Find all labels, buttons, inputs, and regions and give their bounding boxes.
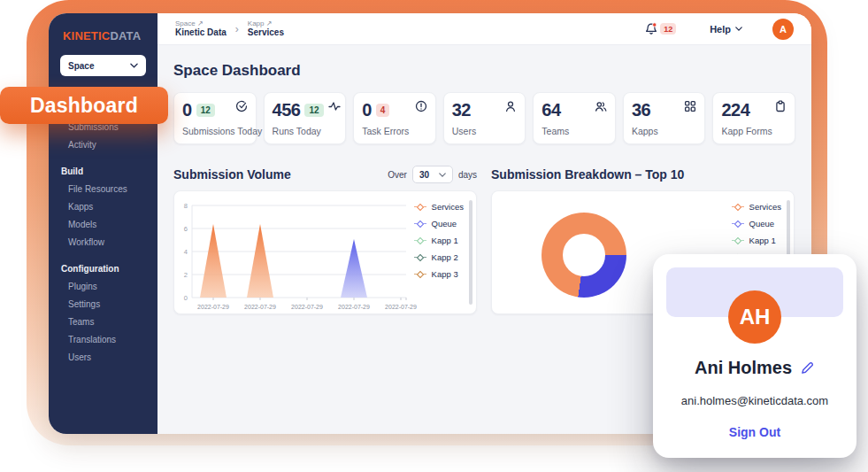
legend-item-kapp1[interactable]: Kapp 1 bbox=[732, 236, 781, 244]
stat-label: Users bbox=[452, 126, 518, 136]
space-selector-label: Space bbox=[68, 61, 94, 71]
sign-out-button[interactable]: Sign Out bbox=[729, 425, 780, 439]
series-services-peak-1 bbox=[200, 224, 227, 298]
check-circle-icon bbox=[235, 100, 248, 112]
breadcrumb-separator: › bbox=[235, 23, 239, 35]
y-tick-4: 4 bbox=[184, 248, 188, 256]
breadcrumb-kapp-name: Services bbox=[248, 27, 284, 38]
sidebar-item-teams[interactable]: Teams bbox=[49, 313, 157, 331]
breadcrumb: Space ↗ Kinetic Data › Kapp ↗ Services bbox=[175, 19, 284, 38]
legend-marker-kapp1 bbox=[414, 237, 426, 244]
user-profile-card: AH Ani Holmes ani.holmes@kineticdata.com… bbox=[653, 254, 856, 458]
profile-name: Ani Holmes bbox=[695, 358, 792, 378]
stat-card-task-errors[interactable]: 0 4 Task Errors bbox=[353, 92, 436, 144]
stat-card-kapp-forms[interactable]: 224 Kapp Forms bbox=[712, 92, 795, 144]
y-tick-0: 0 bbox=[184, 294, 188, 302]
range-prefix: Over bbox=[388, 170, 407, 180]
legend-item-kapp1[interactable]: Kapp 1 bbox=[414, 236, 464, 244]
breadcrumb-space-name: Kinetic Data bbox=[175, 27, 227, 38]
sidebar-item-settings[interactable]: Settings bbox=[49, 296, 157, 313]
top-bar: Space ↗ Kinetic Data › Kapp ↗ Services bbox=[157, 13, 811, 45]
range-select[interactable]: 30 bbox=[412, 166, 453, 183]
bell-icon bbox=[644, 22, 658, 36]
logo-primary: KINETIC bbox=[63, 29, 110, 43]
stat-card-teams[interactable]: 64 Teams bbox=[533, 92, 616, 144]
legend-label: Kapp 2 bbox=[432, 252, 458, 262]
legend-label: Kapp 3 bbox=[432, 269, 458, 279]
chevron-down-icon bbox=[439, 173, 446, 177]
legend-marker-kapp2 bbox=[414, 254, 426, 260]
logo-secondary: DATA bbox=[110, 29, 141, 43]
stat-value: 0 bbox=[182, 100, 192, 120]
alert-circle-icon bbox=[415, 100, 427, 112]
help-menu[interactable]: Help bbox=[710, 24, 742, 35]
legend-label: Services bbox=[749, 202, 781, 212]
legend-scrollbar[interactable] bbox=[469, 200, 472, 305]
legend-item-kapp3[interactable]: Kapp 3 bbox=[414, 269, 464, 278]
profile-email: ani.holmes@kineticdata.com bbox=[681, 394, 828, 407]
sidebar-item-activity[interactable]: Activity bbox=[49, 136, 157, 154]
stat-card-runs-today[interactable]: 456 12 Runs Today bbox=[264, 92, 347, 144]
stat-badge: 12 bbox=[304, 104, 323, 117]
stat-label: Kapp Forms bbox=[721, 126, 787, 136]
legend-marker-kapp3 bbox=[414, 271, 426, 277]
chevron-down-icon bbox=[130, 63, 138, 68]
submission-volume-title: Submission Volume bbox=[173, 167, 291, 182]
notifications-button[interactable]: 12 bbox=[644, 22, 676, 36]
legend-item-queue[interactable]: Queue bbox=[414, 219, 464, 228]
users-icon bbox=[595, 100, 607, 112]
sidebar-item-dashboard[interactable]: Dashboard bbox=[0, 87, 168, 124]
stat-card-users[interactable]: 32 Users bbox=[443, 92, 526, 144]
legend-label: Kapp 1 bbox=[749, 236, 776, 245]
legend-item-queue[interactable]: Queue bbox=[732, 219, 781, 228]
stat-card-submissions-today[interactable]: 0 12 Submissions Today bbox=[173, 92, 257, 144]
help-label: Help bbox=[710, 24, 731, 35]
range-value: 30 bbox=[419, 170, 429, 180]
legend-label: Queue bbox=[432, 219, 457, 228]
sidebar-item-plugins[interactable]: Plugins bbox=[49, 278, 157, 296]
breadcrumb-kapp[interactable]: Kapp ↗ Services bbox=[248, 19, 284, 38]
sidebar-nav: Submissions Activity Build File Resource… bbox=[49, 119, 157, 367]
stat-card-kapps[interactable]: 36 Kapps bbox=[623, 92, 706, 144]
app-stage: KINETICDATA Space Submissions Activity B… bbox=[0, 0, 868, 472]
stat-cards-row: 0 12 Submissions Today 456 12 bbox=[173, 92, 795, 144]
section-headers: Submission Volume Over 30 days Submissio… bbox=[173, 166, 795, 183]
y-tick-2: 2 bbox=[184, 271, 188, 279]
chevron-down-icon bbox=[735, 27, 742, 31]
range-control: Over 30 days bbox=[388, 166, 477, 183]
stat-label: Submissions Today bbox=[182, 126, 248, 136]
legend-item-kapp2[interactable]: Kapp 2 bbox=[414, 252, 464, 261]
notification-count-badge: 12 bbox=[660, 23, 676, 35]
breadcrumb-space[interactable]: Space ↗ Kinetic Data bbox=[175, 19, 227, 38]
page-title: Space Dashboard bbox=[173, 62, 795, 80]
legend-marker-kapp1 bbox=[732, 237, 744, 244]
user-icon bbox=[504, 100, 517, 112]
legend-marker-services bbox=[732, 204, 744, 210]
sidebar-item-translations[interactable]: Translations bbox=[49, 331, 157, 349]
y-tick-8: 8 bbox=[184, 202, 188, 210]
stat-value: 36 bbox=[632, 100, 650, 120]
space-selector[interactable]: Space bbox=[60, 55, 146, 76]
user-avatar-button[interactable]: A bbox=[772, 19, 794, 40]
x-tick-2: 2022-07-29 bbox=[244, 304, 276, 310]
series-services-peak-2 bbox=[247, 224, 273, 298]
legend-label: Kapp 1 bbox=[432, 236, 458, 245]
x-tick-4: 2022-07-29 bbox=[338, 304, 370, 310]
stat-label: Kapps bbox=[632, 126, 697, 136]
sidebar-item-kapps[interactable]: Kapps bbox=[49, 198, 157, 216]
legend-item-services[interactable]: Services bbox=[414, 202, 464, 211]
sidebar-item-file-resources[interactable]: File Resources bbox=[49, 181, 157, 198]
edit-pencil-icon[interactable] bbox=[800, 360, 815, 375]
stat-value: 456 bbox=[273, 100, 301, 120]
sidebar-item-users[interactable]: Users bbox=[49, 349, 157, 367]
legend-label: Services bbox=[432, 202, 464, 212]
x-tick-1: 2022-07-29 bbox=[197, 304, 229, 310]
legend-item-services[interactable]: Services bbox=[732, 202, 781, 211]
submission-volume-panel: 8 6 4 2 0 2022-07-29 2022-07-29 2022-07-… bbox=[173, 190, 477, 314]
series-queue-peak bbox=[341, 239, 367, 298]
sidebar-item-models[interactable]: Models bbox=[49, 216, 157, 234]
volume-legend: Services Queue Kapp 1 Kapp 2 Kapp 3 bbox=[414, 202, 464, 278]
breakdown-donut-chart[interactable] bbox=[542, 213, 626, 298]
sidebar-item-workflow[interactable]: Workflow bbox=[49, 234, 157, 251]
x-tick-5: 2022-07-29 bbox=[385, 304, 417, 310]
